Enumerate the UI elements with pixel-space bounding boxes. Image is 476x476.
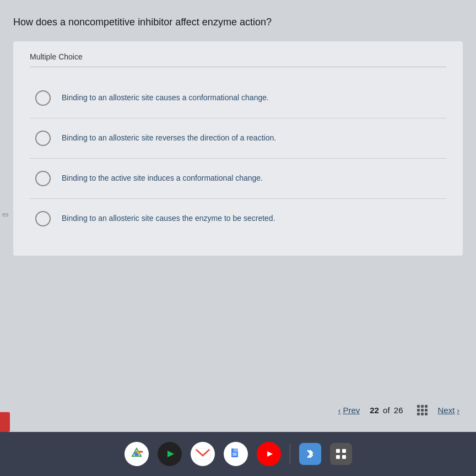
grid-dot	[425, 409, 428, 412]
svg-marker-2	[167, 451, 174, 457]
answer-card: Multiple Choice Binding to an allosteric…	[13, 41, 463, 256]
page-info: 22 of 26	[370, 405, 403, 415]
taskbar-apps-icon[interactable]	[330, 443, 352, 465]
next-button[interactable]: Next ›	[437, 405, 459, 415]
screen: How does a noncompetitive inhibitor affe…	[0, 0, 476, 476]
taskbar	[0, 432, 476, 476]
svg-rect-11	[336, 455, 340, 459]
current-page: 22	[370, 405, 379, 415]
taskbar-play-icon[interactable]	[158, 442, 182, 466]
chevron-right-icon: ›	[457, 406, 459, 415]
chevron-left-icon: ‹	[338, 406, 341, 415]
svg-rect-6	[232, 453, 237, 454]
taskbar-bluetooth-icon[interactable]	[299, 443, 321, 465]
total-pages: 26	[394, 405, 403, 415]
choice-text-c: Binding to the active site induces a con…	[62, 173, 263, 184]
grid-dot	[425, 405, 428, 408]
choice-text-a: Binding to an allosteric site causes a c…	[62, 93, 269, 104]
choice-text-d: Binding to an allosteric site causes the…	[62, 213, 275, 224]
main-content: How does a noncompetitive inhibitor affe…	[0, 0, 476, 256]
radio-a[interactable]	[35, 90, 51, 106]
svg-rect-7	[232, 455, 237, 456]
choice-text-b: Binding to an allosteric site reverses t…	[62, 133, 276, 144]
grid-dot	[421, 405, 424, 408]
taskbar-files-icon[interactable]	[224, 442, 248, 466]
question-type-label: Multiple Choice	[30, 52, 446, 67]
question-text: How does a noncompetitive inhibitor affe…	[11, 17, 465, 28]
radio-c[interactable]	[35, 171, 51, 186]
taskbar-gmail-icon[interactable]	[191, 442, 215, 466]
sidebar-label: es	[2, 211, 9, 218]
grid-menu-icon[interactable]	[417, 405, 428, 415]
pagination-bar: ‹ Prev 22 of 26 Next ›	[11, 399, 465, 421]
radio-d[interactable]	[35, 211, 51, 226]
prev-label: Prev	[343, 405, 360, 415]
choice-item-c[interactable]: Binding to the active site induces a con…	[30, 159, 446, 199]
svg-rect-10	[342, 449, 346, 453]
svg-rect-5	[234, 448, 238, 452]
of-label: of	[383, 405, 390, 415]
grid-dot	[421, 409, 424, 412]
prev-button[interactable]: ‹ Prev	[338, 405, 360, 415]
grid-dot	[421, 413, 424, 415]
grid-dot	[417, 413, 420, 415]
grid-dot	[417, 409, 420, 412]
next-label: Next	[437, 405, 455, 415]
svg-marker-8	[267, 451, 273, 457]
choice-item-b[interactable]: Binding to an allosteric site reverses t…	[30, 118, 446, 159]
choices-list: Binding to an allosteric site causes a c…	[30, 78, 446, 239]
taskbar-divider	[290, 444, 290, 464]
choice-item-a[interactable]: Binding to an allosteric site causes a c…	[30, 78, 446, 118]
choice-item-d[interactable]: Binding to an allosteric site causes the…	[30, 199, 446, 239]
taskbar-chrome-icon[interactable]	[125, 442, 149, 466]
red-tab	[0, 412, 10, 432]
taskbar-youtube-icon[interactable]	[257, 442, 281, 466]
grid-dot	[425, 413, 428, 415]
grid-dot	[417, 405, 420, 408]
svg-rect-12	[342, 455, 346, 459]
radio-b[interactable]	[35, 131, 51, 146]
svg-rect-9	[336, 449, 340, 453]
